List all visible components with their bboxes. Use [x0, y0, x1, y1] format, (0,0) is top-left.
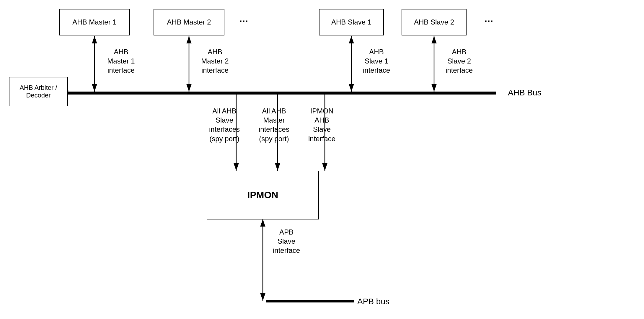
dots-slaves: ... [484, 12, 493, 26]
all-ahb-slave-label: All AHBSlaveinterfaces(spy port) [201, 106, 248, 143]
dots-masters: ... [239, 12, 248, 26]
ipmon-box: IPMON [207, 171, 319, 219]
apb-slave-iface-label: APBSlaveinterface [269, 227, 304, 255]
diagram-svg [0, 0, 644, 319]
ahb-arbiter-box: AHB Arbiter /Decoder [9, 77, 68, 106]
ahb-bus-label: AHB Bus [508, 88, 542, 97]
ahb-master1-iface-label: AHBMaster 1interface [100, 47, 142, 75]
all-ahb-master-label: All AHBMasterinterfaces(spy port) [250, 106, 298, 143]
ahb-master2-iface-label: AHBMaster 2interface [194, 47, 236, 75]
apb-bus-label: APB bus [357, 297, 389, 306]
diagram-container: AHB Master 1 AHB Master 2 ... AHB Slave … [0, 0, 644, 319]
ipmon-ahb-slave-label: IPMONAHBSlaveinterface [301, 106, 343, 143]
ahb-master-1-box: AHB Master 1 [59, 9, 130, 35]
ahb-slave2-iface-label: AHBSlave 2interface [440, 47, 478, 75]
ahb-slave-2-box: AHB Slave 2 [402, 9, 467, 35]
ahb-master-2-box: AHB Master 2 [154, 9, 224, 35]
ahb-slave-1-box: AHB Slave 1 [319, 9, 384, 35]
ahb-slave1-iface-label: AHBSlave 1interface [357, 47, 396, 75]
